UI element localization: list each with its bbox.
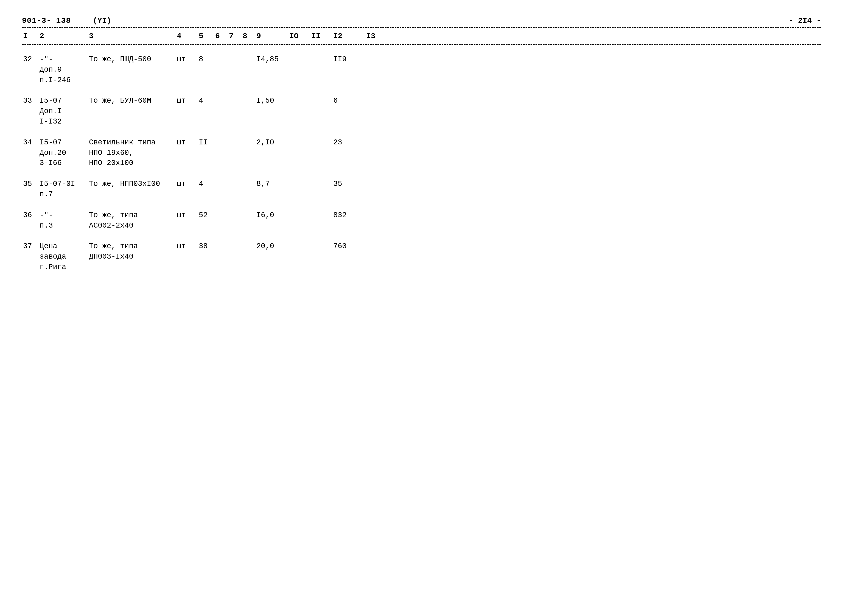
row-1-col-5: 8 — [198, 54, 214, 65]
col-header-1: I — [22, 32, 38, 40]
row-4-col-1: 35 — [22, 179, 38, 189]
row-3-col-12: 23 — [332, 138, 365, 148]
row-6-col-1: 37 — [22, 241, 38, 252]
row-4-col-2: I5-07-0I п.7 — [38, 179, 88, 200]
row-4-col-3: То же, НПП03хI00 — [88, 179, 176, 189]
table-row: 36-"- п.3То же, типа АС002-2х40шт52I6,08… — [22, 202, 821, 234]
row-5-col-2: -"- п.3 — [38, 210, 88, 231]
table-row: 34I5-07 Доп.20 3-I66Светильник типа НПО … — [22, 130, 821, 171]
table-row: 32-"- Доп.9 п.I-246То же, ПШД-500шт8I4,8… — [22, 47, 821, 88]
row-1-col-1: 32 — [22, 54, 38, 65]
row-6-col-4: шт — [176, 241, 198, 252]
row-2-col-2: I5-07 Доп.I I-I32 — [38, 96, 88, 127]
row-1-col-3: То же, ПШД-500 — [88, 54, 176, 65]
row-2-col-1: 33 — [22, 96, 38, 106]
row-5-col-9: I6,0 — [255, 210, 288, 221]
row-1-col-9: I4,85 — [255, 54, 288, 65]
header-dashed-line — [22, 44, 821, 45]
row-1-col-4: шт — [176, 54, 198, 65]
row-4-col-5: 4 — [198, 179, 214, 189]
row-2-col-4: шт — [176, 96, 198, 106]
row-3-col-5: II — [198, 138, 214, 148]
header-center: (YI) — [93, 16, 111, 25]
row-6-col-5: 38 — [198, 241, 214, 252]
col-header-12: I2 — [332, 32, 365, 40]
row-2-col-3: То же, БУЛ-60М — [88, 96, 176, 106]
row-6-col-3: То же, типа ДП003-Iх40 — [88, 241, 176, 262]
header-row: 901-3- 138 (YI) - 2I4 - — [22, 16, 821, 25]
col-header-11: II — [310, 32, 332, 40]
row-1-col-2: -"- Доп.9 п.I-246 — [38, 54, 88, 85]
row-5-col-12: 832 — [332, 210, 365, 221]
row-3-col-3: Светильник типа НПО 19х60, НПО 20х100 — [88, 138, 176, 169]
col-header-2: 2 — [38, 32, 88, 40]
col-header-8: 8 — [242, 32, 255, 40]
col-header-10: IO — [288, 32, 310, 40]
col-header-9: 9 — [255, 32, 288, 40]
row-3-col-9: 2,IO — [255, 138, 288, 148]
column-headers: I 2 3 4 5 6 7 8 9 IO II I2 I3 — [22, 30, 821, 43]
col-header-7: 7 — [228, 32, 242, 40]
page-container: 901-3- 138 (YI) - 2I4 - I 2 3 4 5 6 7 8 … — [22, 16, 821, 275]
row-2-col-5: 4 — [198, 96, 214, 106]
col-header-5: 5 — [198, 32, 214, 40]
row-1-col-12: II9 — [332, 54, 365, 65]
row-4-col-9: 8,7 — [255, 179, 288, 189]
row-5-col-5: 52 — [198, 210, 214, 221]
data-rows: 32-"- Доп.9 п.I-246То же, ПШД-500шт8I4,8… — [22, 47, 821, 275]
table-row: 33I5-07 Доп.I I-I32То же, БУЛ-60Мшт4I,50… — [22, 88, 821, 129]
row-5-col-3: То же, типа АС002-2х40 — [88, 210, 176, 231]
table-row: 35I5-07-0I п.7То же, НПП03хI00шт48,735 — [22, 171, 821, 202]
row-4-col-4: шт — [176, 179, 198, 189]
header-left: 901-3- 138 — [22, 16, 71, 25]
row-2-col-12: 6 — [332, 96, 365, 106]
col-header-3: 3 — [88, 32, 176, 40]
col-header-13: I3 — [365, 32, 387, 40]
row-3-col-4: шт — [176, 138, 198, 148]
row-6-col-2: Цена завода г.Рига — [38, 241, 88, 272]
header-right: - 2I4 - — [789, 16, 821, 25]
col-header-6: 6 — [214, 32, 228, 40]
col-header-4: 4 — [176, 32, 198, 40]
row-6-col-12: 760 — [332, 241, 365, 252]
row-4-col-12: 35 — [332, 179, 365, 189]
row-3-col-2: I5-07 Доп.20 3-I66 — [38, 138, 88, 169]
row-5-col-4: шт — [176, 210, 198, 221]
row-2-col-9: I,50 — [255, 96, 288, 106]
row-6-col-9: 20,0 — [255, 241, 288, 252]
row-3-col-1: 34 — [22, 138, 38, 148]
row-5-col-1: 36 — [22, 210, 38, 221]
table-row: 37Цена завода г.РигаТо же, типа ДП003-Iх… — [22, 233, 821, 275]
top-dashed-line — [22, 27, 821, 28]
